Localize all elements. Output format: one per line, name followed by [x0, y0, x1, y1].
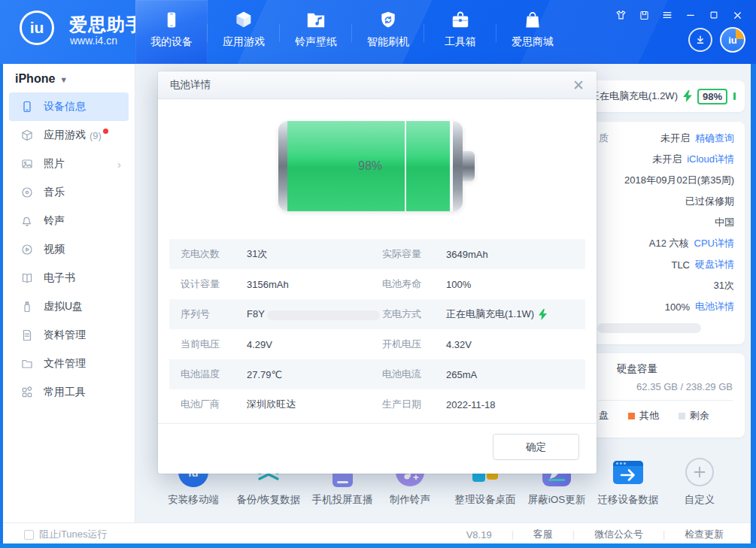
row-value: 2022-11-18	[446, 399, 585, 410]
row-label: 电池寿命	[382, 277, 446, 291]
sidebar-item-电子书[interactable]: 电子书	[9, 264, 129, 292]
nav-label: 铃声壁纸	[295, 35, 337, 49]
window-border-right	[751, 64, 756, 543]
info-link[interactable]: CPU详情	[694, 237, 734, 250]
legend-item: 剩余	[679, 409, 709, 422]
cube-icon	[21, 129, 34, 142]
sidebar-item-资料管理[interactable]: 资料管理	[9, 321, 129, 350]
battery-table-row: 当前电压4.29V开机电压4.32V	[169, 329, 585, 359]
row-value: 4.29V	[247, 339, 382, 350]
notification-dot	[103, 129, 108, 134]
row-label: 开机电压	[382, 338, 446, 351]
brand-url: www.i4.cn	[70, 35, 117, 47]
nav-smart-flash[interactable]: 智能刷机	[352, 0, 424, 64]
close-button[interactable]	[729, 8, 745, 23]
row-label: 电池温度	[181, 368, 247, 381]
phone-icon	[21, 101, 34, 114]
battery-percent-badge: 98%	[697, 89, 727, 104]
nav-label: 智能刷机	[367, 35, 409, 49]
sidebar-item-label: 照片	[44, 157, 65, 171]
charging-bolt-icon	[683, 90, 692, 102]
sidebar-list: 设备信息 应用游戏(9) 照片› 音乐 铃声 视频 电子书 虚拟U盘 资料管理 …	[3, 92, 135, 407]
sidebar-item-设备信息[interactable]: 设备信息	[9, 92, 129, 121]
nav-label: 工具箱	[445, 35, 476, 49]
window-border-bottom	[0, 543, 756, 548]
legend-item: 其他	[628, 409, 659, 422]
checkbox-icon[interactable]	[24, 530, 34, 540]
row-value: 100%	[446, 279, 585, 290]
status-link-微信公众号[interactable]: 微信公众号	[575, 528, 663, 541]
nav-ringtone-wallpaper[interactable]: 铃声壁纸	[280, 0, 352, 64]
nav-store[interactable]: 爱思商城	[496, 0, 569, 64]
chevron-down-icon: ▼	[59, 75, 68, 84]
info-value: 2018年09月02日(第35周)	[624, 174, 734, 187]
charging-status-text: 正在电脑充电(1.2W)	[590, 89, 678, 103]
download-manager-button[interactable]	[688, 28, 712, 52]
info-value: 未开启	[660, 132, 690, 145]
sidebar-item-label: 常用工具	[44, 386, 86, 399]
battery-table-row: 电池厂商深圳欣旺达生产日期2022-11-18	[169, 389, 585, 419]
clipped-label: 质	[599, 132, 609, 145]
row-label: 电池电流	[382, 368, 446, 381]
legend-label: 盘	[599, 409, 609, 422]
status-link-检查更新[interactable]: 检查更新	[665, 528, 743, 541]
sidebar-item-label: 电子书	[44, 271, 75, 285]
info-value: 31次	[714, 279, 734, 292]
row-label: 设计容量	[181, 277, 247, 291]
info-link[interactable]: 硬盘详情	[695, 258, 734, 271]
close-icon[interactable]: ✕	[572, 78, 584, 92]
nav-apps-games[interactable]: 应用游戏	[208, 0, 280, 64]
disk-title: 硬盘容量	[617, 362, 657, 376]
info-link[interactable]: 精确查询	[695, 132, 734, 145]
sidebar: iPhone▼ 设备信息 应用游戏(9) 照片› 音乐 铃声 视频 电子书 虚拟…	[3, 64, 135, 522]
sidebar-item-文件管理[interactable]: 文件管理	[9, 350, 129, 378]
row-value: 3156mAh	[247, 279, 382, 290]
sidebar-item-常用工具[interactable]: 常用工具	[9, 378, 129, 407]
music-folder-icon	[305, 8, 326, 32]
tool-自定义[interactable]: 自定义	[653, 456, 746, 507]
minimize-button[interactable]	[682, 8, 699, 23]
info-link[interactable]: iCloud详情	[687, 153, 734, 166]
battery-details-modal: 电池详情 ✕ 98% 充电次数31次实际容量3649mAh设计容量3156mAh…	[158, 71, 597, 474]
row-label: 实际容量	[382, 247, 446, 261]
ok-button[interactable]: 确定	[493, 434, 579, 460]
charging-bolt-icon	[539, 309, 547, 320]
menu-button[interactable]	[659, 8, 676, 23]
item-count: (9)	[90, 130, 102, 141]
mini-mode-button[interactable]	[636, 8, 652, 23]
account-badge[interactable]: iu	[720, 27, 745, 53]
sidebar-item-照片[interactable]: 照片›	[9, 150, 129, 178]
sidebar-item-音乐[interactable]: 音乐	[9, 178, 129, 207]
tool-label: 自定义	[653, 493, 746, 507]
theme-button[interactable]	[612, 8, 629, 23]
battery-badge-nub	[733, 92, 736, 100]
sidebar-item-label: 资料管理	[44, 328, 86, 342]
row-value: 3649mAh	[446, 249, 585, 260]
legend-swatch	[628, 413, 635, 419]
row-label: 当前电压	[181, 338, 247, 351]
info-value: 未开启	[652, 153, 682, 166]
sidebar-item-应用游戏[interactable]: 应用游戏(9)	[9, 121, 129, 150]
header-tray: iu	[688, 27, 745, 53]
nav-label: 我的设备	[150, 35, 193, 49]
sidebar-item-铃声[interactable]: 铃声	[9, 207, 129, 235]
battery-graphic: 98%	[278, 121, 463, 211]
info-link[interactable]: 电池详情	[695, 300, 734, 313]
customize-icon	[653, 456, 746, 489]
block-itunes-checkbox[interactable]: 阻止iTunes运行	[24, 528, 108, 541]
briefcase-icon	[450, 8, 471, 32]
legend-item: 盘	[599, 409, 609, 422]
sidebar-item-label: 应用游戏	[44, 129, 86, 142]
nav-my-device[interactable]: 我的设备	[135, 0, 208, 64]
status-links: V8.19|客服|微信公众号|检查更新	[447, 528, 743, 541]
maximize-button[interactable]	[706, 8, 722, 23]
sidebar-item-视频[interactable]: 视频	[9, 235, 129, 264]
nav-toolbox[interactable]: 工具箱	[424, 0, 496, 64]
device-selector[interactable]: iPhone▼	[15, 72, 68, 86]
status-link-客服[interactable]: 客服	[514, 528, 572, 541]
sidebar-item-虚拟U盘[interactable]: 虚拟U盘	[9, 292, 129, 321]
window-controls	[612, 8, 745, 23]
doc-icon	[21, 329, 34, 342]
play-icon	[21, 244, 34, 256]
battery-table-row: 设计容量3156mAh电池寿命100%	[169, 269, 585, 299]
